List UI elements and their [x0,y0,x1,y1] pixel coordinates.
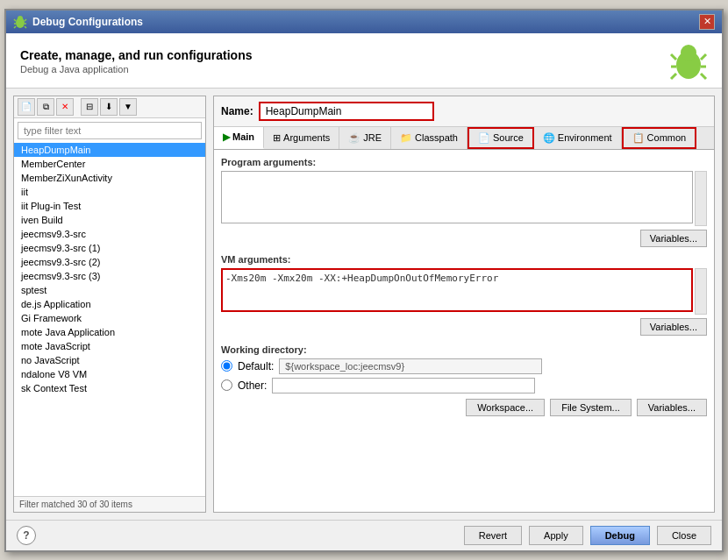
default-radio-row: Default: [221,358,707,374]
title-bar: Debug Configurations ✕ [6,11,722,33]
tab-classpath[interactable]: 📁 Classpath [391,127,467,149]
list-item[interactable]: iven Build [14,213,205,227]
tab-environment[interactable]: 🌐 Environment [534,127,622,149]
title-bar-left: Debug Configurations [13,15,143,29]
program-args-input[interactable] [221,171,693,223]
close-button[interactable]: Close [657,526,711,545]
dir-variables-button[interactable]: Variables... [637,399,707,416]
list-item[interactable]: ndalone V8 VM [14,367,205,381]
tab-jre[interactable]: ☕ JRE [339,127,391,149]
program-args-variables-button[interactable]: Variables... [640,230,707,247]
filter-status: Filter matched 30 of 30 items [14,496,205,512]
list-item[interactable]: jeecmsv9.3-src (3) [14,269,205,283]
debug-button[interactable]: Debug [590,526,650,545]
other-radio[interactable] [221,379,232,391]
svg-line-2 [14,19,16,21]
svg-line-14 [671,74,676,79]
vm-args-variables-button[interactable]: Variables... [640,318,707,336]
name-input[interactable] [259,102,434,121]
dir-buttons: Workspace... File System... Variables... [221,399,707,416]
delete-config-button[interactable]: ✕ [56,98,74,116]
default-radio-label: Default: [238,360,274,372]
tabs-bar: ▶ Main ⊞ Arguments ☕ JRE 📁 Classpath 📄 [214,127,714,150]
bottom-bar: ? Revert Apply Debug Close [6,520,722,550]
working-dir-label: Working directory: [221,344,707,355]
list-item[interactable]: no JavaScript [14,353,205,367]
program-args-scrollbar[interactable] [695,171,707,226]
list-item[interactable]: MemberZiXunActivity [14,171,205,185]
tab-main[interactable]: ▶ Main [214,127,264,149]
list-item[interactable]: mote JavaScript [14,339,205,353]
list-item[interactable]: iit [14,185,205,199]
jre-tab-icon: ☕ [348,132,360,144]
new-config-button[interactable]: 📄 [18,98,35,116]
list-item[interactable]: jeecmsv9.3-src (2) [14,255,205,269]
list-item[interactable]: MemberCenter [14,157,205,171]
main-tab-icon: ▶ [223,131,230,143]
right-panel: Name: ▶ Main ⊞ Arguments ☕ JRE 📁 [213,96,715,513]
program-args-section [221,171,707,226]
bottom-left: ? [17,526,36,545]
default-dir-input[interactable] [279,358,542,374]
tab-common[interactable]: 📋 Common [622,127,697,149]
filesystem-button[interactable]: File System... [550,399,632,416]
list-item[interactable]: jeecmsv9.3-src (1) [14,241,205,255]
left-toolbar: 📄 ⧉ ✕ ⊟ ⬇ ▼ [14,96,205,118]
name-label: Name: [221,105,253,117]
vm-args-label: VM arguments: [221,254,707,265]
svg-line-6 [14,26,16,28]
tab-source[interactable]: 📄 Source [467,127,534,149]
header-section: Create, manage, and run configurations D… [6,33,722,89]
workspace-button[interactable]: Workspace... [466,399,545,416]
bottom-right: Revert Apply Debug Close [464,526,711,545]
help-button[interactable]: ? [17,526,36,545]
debug-configurations-dialog: Debug Configurations ✕ Create, manage, a… [4,9,724,552]
tab-arguments[interactable]: ⊞ Arguments [264,127,339,149]
list-item[interactable]: Gi Framework [14,311,205,325]
other-dir-input[interactable] [272,378,535,393]
collapse-config-button[interactable]: ⬇ [100,98,118,116]
svg-point-1 [18,16,23,21]
list-item[interactable]: HeapDumpMain [14,143,205,157]
environment-tab-label: Environment [558,132,612,143]
jre-tab-label: JRE [363,132,382,143]
filter-input[interactable] [18,122,202,139]
other-radio-row: Other: [221,378,707,393]
arguments-tab-label: Arguments [283,132,330,143]
header-title: Create, manage, and run configurations [20,48,253,62]
default-radio[interactable] [221,360,232,372]
classpath-tab-icon: 📁 [400,132,412,144]
vm-args-input[interactable]: -Xms20m -Xmx20m -XX:+HeapDumpOnOutOfMemo… [221,268,693,312]
program-args-label: Program arguments: [221,157,707,167]
revert-button[interactable]: Revert [464,526,522,545]
list-item[interactable]: jeecmsv9.3-src [14,227,205,241]
common-tab-label: Common [647,132,687,143]
list-item[interactable]: sk Context Test [14,381,205,395]
header-text: Create, manage, and run configurations D… [20,48,253,74]
vm-args-section: VM arguments: -Xms20m -Xmx20m -XX:+HeapD… [221,254,707,336]
name-row: Name: [214,96,714,127]
list-item[interactable]: iit Plug-in Test [14,199,205,213]
list-item[interactable]: de.js Application [14,297,205,311]
header-bug-icon [669,42,708,81]
duplicate-config-button[interactable]: ⧉ [37,98,54,116]
filter-config-button[interactable]: ⊟ [81,98,98,116]
source-tab-label: Source [493,132,524,143]
list-item[interactable]: mote Java Application [14,325,205,339]
apply-button[interactable]: Apply [529,526,583,545]
svg-point-9 [681,45,696,60]
header-subtitle: Debug a Java application [20,64,253,74]
arguments-tab-icon: ⊞ [273,132,281,144]
svg-line-3 [25,19,26,21]
list-item[interactable]: sptest [14,283,205,297]
main-tab-label: Main [232,131,254,142]
svg-line-15 [701,74,706,79]
window-close-button[interactable]: ✕ [699,14,715,30]
environment-tab-icon: 🌐 [543,132,555,144]
classpath-tab-label: Classpath [415,132,458,143]
more-options-button[interactable]: ▼ [119,98,137,116]
working-dir-section: Working directory: Default: Other: Works… [221,344,707,416]
left-panel: 📄 ⧉ ✕ ⊟ ⬇ ▼ HeapDumpMain MemberCenter Me… [13,96,206,513]
main-content: 📄 ⧉ ✕ ⊟ ⬇ ▼ HeapDumpMain MemberCenter Me… [6,89,722,520]
vm-args-scrollbar[interactable] [695,268,707,315]
